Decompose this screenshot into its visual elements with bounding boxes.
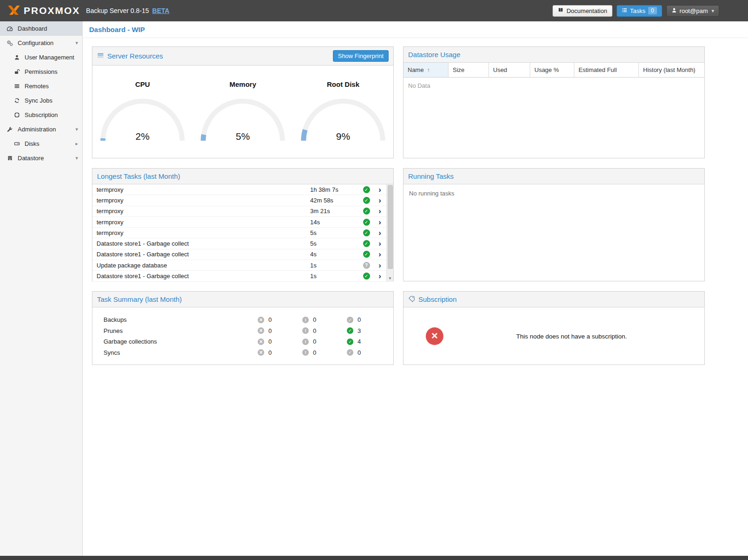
root-disk-gauge: Root Disk 9%: [293, 65, 393, 158]
task-row[interactable]: Datastore store1 - Garbage collect 1s ›: [92, 271, 393, 281]
error-count-icon: [258, 339, 264, 345]
task-status-icon: [363, 197, 370, 204]
gauge-label: CPU: [135, 80, 150, 88]
column-header-used[interactable]: Used: [489, 63, 530, 77]
panel-header: Longest Tasks (last Month): [92, 169, 393, 184]
sidebar-item-label: Configuration: [18, 39, 53, 46]
task-row[interactable]: termproxy 42m 58s ›: [92, 195, 393, 206]
success-count-icon: [347, 339, 353, 345]
chevron-right-icon[interactable]: ›: [374, 186, 386, 194]
caret-down-icon[interactable]: ▾: [75, 155, 78, 161]
panel-title: Task Summary (last Month): [97, 295, 182, 303]
dashboard-content: Server Resources Show Fingerprint CPU: [83, 38, 748, 365]
summary-label: Prunes: [104, 327, 258, 334]
scrollbar-thumb[interactable]: [388, 185, 393, 269]
support-icon: [13, 112, 20, 118]
gauge-value: 5%: [199, 131, 287, 142]
task-row[interactable]: Datastore store1 - Garbage collect 5s ›: [92, 238, 393, 249]
sidebar-item-remotes[interactable]: Remotes: [0, 79, 82, 93]
task-row[interactable]: termproxy 3m 21s ›: [92, 206, 393, 217]
task-row[interactable]: Update package database 1s ›: [92, 260, 393, 271]
task-duration: 5s: [310, 240, 359, 247]
summary-row: Garbage collections 0 0 4: [104, 336, 393, 347]
sidebar-item-dashboard[interactable]: Dashboard: [0, 21, 82, 36]
panel-header: Subscription: [403, 292, 704, 307]
task-name: termproxy: [97, 208, 310, 215]
sidebar-item-user-management[interactable]: User Management: [0, 50, 82, 65]
sidebar-item-subscription[interactable]: Subscription: [0, 108, 82, 122]
cpu-gauge: CPU 2%: [92, 65, 193, 158]
documentation-button[interactable]: Documentation: [553, 5, 612, 17]
longest-tasks-list: termproxy 1h 38m 7s › termproxy 42m 58s …: [92, 184, 393, 282]
sidebar-item-permissions[interactable]: Permissions: [0, 65, 82, 79]
sidebar-item-label: Permissions: [25, 68, 58, 75]
product-title: Backup Server 0.8-15: [86, 7, 149, 14]
tasks-button[interactable]: Tasks 0: [617, 5, 662, 17]
sidebar-item-datastore[interactable]: Datastore ▾: [0, 151, 82, 165]
task-row[interactable]: Datastore store1 - Garbage collect 4s ›: [92, 249, 393, 260]
subscription-message: This node does not have a subscription.: [443, 333, 700, 340]
show-fingerprint-button[interactable]: Show Fingerprint: [333, 50, 389, 62]
error-count-icon: [258, 327, 264, 334]
caret-down-icon[interactable]: ▾: [75, 40, 78, 46]
task-status-icon: [363, 186, 370, 193]
warning-count-icon: [302, 339, 309, 345]
success-count: 0: [358, 349, 361, 356]
sync-icon: [13, 98, 20, 104]
warning-count: 0: [313, 338, 316, 345]
chevron-right-icon[interactable]: ›: [374, 218, 386, 226]
task-row[interactable]: termproxy 1h 38m 7s ›: [92, 184, 393, 195]
task-status-icon: [363, 251, 370, 258]
table-header: Name ↑ Size Used Usage % Estimated Full …: [403, 63, 704, 78]
sidebar-item-label: Datastore: [18, 155, 44, 162]
warning-count: 0: [313, 316, 316, 323]
chevron-down-icon: ▾: [711, 8, 714, 14]
chevron-right-icon[interactable]: ›: [374, 240, 386, 247]
chevron-right-icon[interactable]: ›: [374, 196, 386, 204]
chevron-right-icon[interactable]: ›: [374, 229, 386, 237]
task-name: Datastore store1 - Garbage collect: [97, 251, 310, 258]
ticket-icon: [408, 295, 415, 304]
building-icon: [6, 155, 13, 161]
task-duration: 5s: [310, 229, 359, 236]
left-column: Server Resources Show Fingerprint CPU: [92, 46, 394, 365]
error-count: 0: [268, 327, 272, 334]
task-status-icon: [363, 273, 370, 280]
task-duration: 1s: [310, 273, 359, 280]
column-header-usage-pct[interactable]: Usage %: [530, 63, 574, 77]
user-menu-button[interactable]: root@pam ▾: [666, 5, 719, 17]
column-header-history[interactable]: History (last Month): [639, 63, 704, 77]
success-count: 0: [358, 316, 361, 323]
chevron-right-icon[interactable]: ›: [374, 250, 386, 258]
column-header-estimated-full[interactable]: Estimated Full: [574, 63, 639, 77]
sidebar-item-configuration[interactable]: Configuration ▾: [0, 36, 82, 50]
summary-label: Syncs: [104, 349, 258, 356]
sidebar-item-administration[interactable]: Administration ▾: [0, 122, 82, 137]
warning-count: 0: [313, 349, 316, 356]
warning-count-icon: [302, 317, 309, 323]
sidebar-item-label: User Management: [25, 54, 74, 61]
caret-down-icon[interactable]: ▾: [75, 126, 78, 132]
column-header-name[interactable]: Name ↑: [403, 63, 449, 77]
chevron-right-icon[interactable]: ›: [374, 207, 386, 215]
page-title: Dashboard - WIP: [89, 26, 145, 33]
panel-header: Server Resources Show Fingerprint: [92, 47, 393, 65]
panel-title: Longest Tasks (last Month): [97, 172, 180, 180]
warning-count-icon: [302, 349, 309, 356]
caret-right-icon[interactable]: ▸: [75, 141, 78, 147]
column-header-size[interactable]: Size: [449, 63, 489, 77]
sidebar-item-disks[interactable]: Disks ▸: [0, 137, 82, 151]
sidebar-item-label: Administration: [18, 126, 56, 133]
task-status-icon: [363, 229, 370, 236]
chevron-right-icon[interactable]: ›: [374, 272, 386, 280]
task-row[interactable]: termproxy 14s ›: [92, 217, 393, 228]
chevron-right-icon[interactable]: ›: [374, 261, 386, 269]
wrench-icon: [6, 126, 13, 133]
sidebar: Dashboard Configuration ▾ User Managemen…: [0, 21, 83, 560]
scroll-down-button[interactable]: ▼: [387, 275, 393, 281]
beta-link[interactable]: BETA: [152, 7, 169, 14]
scrollbar[interactable]: ▼: [386, 184, 393, 282]
sidebar-item-sync-jobs[interactable]: Sync Jobs: [0, 93, 82, 108]
panel-title: Running Tasks: [408, 172, 454, 180]
task-row[interactable]: termproxy 5s ›: [92, 228, 393, 238]
